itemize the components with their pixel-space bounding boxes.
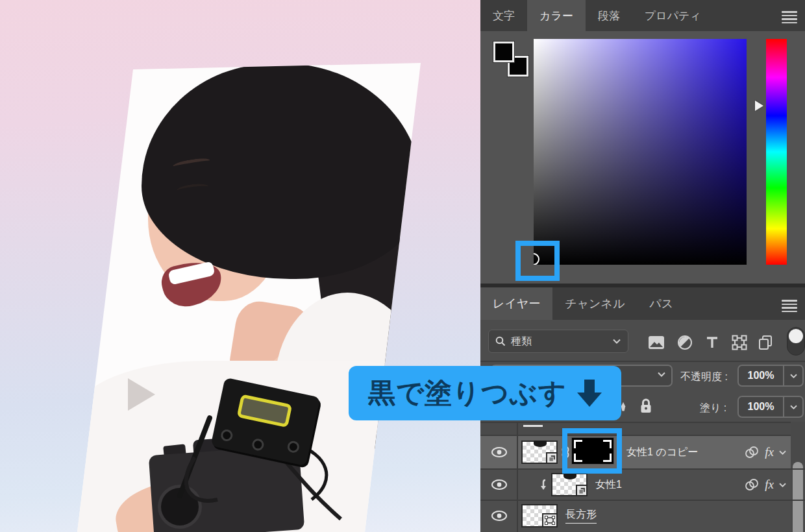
panel-menu-icon[interactable]: [782, 300, 797, 314]
tab-paths[interactable]: パス: [637, 287, 686, 320]
layer-name[interactable]: 女性1 のコピー: [626, 446, 698, 459]
shape-filter-icon[interactable]: [730, 333, 749, 352]
panel-menu-icon[interactable]: [782, 11, 797, 25]
chevron-down-icon[interactable]: [783, 397, 802, 417]
tab-properties[interactable]: プロパティ: [632, 0, 713, 31]
tab-paragraph[interactable]: 段落: [586, 0, 632, 31]
opacity-input[interactable]: 100%: [737, 365, 804, 387]
chevron-down-icon[interactable]: [778, 450, 787, 455]
layer-name[interactable]: 長方形: [565, 508, 597, 524]
hue-slider-pointer[interactable]: [755, 101, 763, 111]
mic-jack: [286, 440, 300, 453]
tab-color[interactable]: カラー: [527, 0, 586, 31]
lock-all-icon[interactable]: [636, 396, 656, 416]
filter-toggle-knob[interactable]: [789, 329, 803, 343]
mask-selected-corner: [603, 440, 612, 448]
adjustment-filter-icon[interactable]: [675, 333, 695, 352]
mic-jack: [251, 438, 265, 452]
layer-row-woman1-copy[interactable]: 女性1 のコピー fx: [480, 436, 791, 468]
chevron-down-icon[interactable]: [783, 366, 802, 385]
down-arrow-icon: [577, 380, 602, 407]
visibility-toggle[interactable]: [480, 479, 517, 490]
fx-badge[interactable]: fx: [765, 445, 774, 459]
layer-filter-kind-dropdown[interactable]: 種類: [488, 330, 628, 353]
layer-fx-cluster[interactable]: fx: [743, 445, 791, 459]
photoshop-window: 文字 カラー 段落 プロパティ レイヤー チャンネル パス 種類: [0, 0, 805, 532]
scrollbar-thumb[interactable]: [793, 462, 803, 532]
smart-object-filter-icon[interactable]: [756, 333, 775, 352]
type-filter-icon[interactable]: [702, 333, 722, 352]
partial-row-mark: [523, 425, 543, 427]
opacity-label: 不透明度 :: [680, 370, 728, 384]
chevron-down-icon[interactable]: [778, 482, 787, 488]
layer-row-woman1[interactable]: 女性1 fx: [480, 470, 791, 500]
mask-selected-corner: [574, 453, 582, 462]
divider: [480, 361, 805, 362]
color-field[interactable]: [534, 39, 747, 265]
filter-kind-label: 種類: [511, 335, 607, 348]
eye-icon: [491, 479, 508, 490]
tab-layers[interactable]: レイヤー: [480, 287, 552, 320]
layer-thumbnail[interactable]: [521, 504, 558, 527]
smart-object-badge-icon: [576, 485, 588, 496]
layer-row-partial[interactable]: [480, 423, 791, 435]
chevron-down-icon: [657, 371, 666, 378]
thumbnail-content: [564, 473, 576, 479]
artboard-photo[interactable]: [0, 0, 480, 532]
mask-selected-corner: [574, 440, 582, 448]
layers-panel-tabbar: レイヤー チャンネル パス: [480, 287, 805, 320]
visibility-toggle[interactable]: [480, 446, 517, 458]
mic-jack: [220, 428, 234, 442]
highlight-box-color-picker: [515, 241, 560, 281]
eye-icon: [491, 510, 508, 522]
visibility-toggle[interactable]: [480, 510, 517, 522]
tab-channels[interactable]: チャンネル: [552, 287, 637, 320]
layer-name[interactable]: 女性1: [595, 478, 622, 492]
layer-mask-thumbnail[interactable]: [571, 437, 614, 465]
mic-receiver-lcd: [237, 394, 293, 428]
fx-badge[interactable]: fx: [765, 478, 774, 492]
divider: [517, 422, 518, 532]
color-panel-tabbar: 文字 カラー 段落 プロパティ: [480, 0, 805, 31]
vector-shape-badge-icon: [542, 513, 558, 527]
opacity-value[interactable]: 100%: [739, 366, 783, 385]
woman-hair: [142, 64, 422, 279]
callout-fill-with-black: 黒で塗りつぶす: [349, 366, 621, 420]
shirt-fold-shadow: [128, 378, 155, 411]
layer-thumbnail[interactable]: [521, 441, 558, 464]
smart-object-badge-icon: [546, 452, 558, 464]
layer-row-rectangle[interactable]: 長方形: [480, 501, 791, 531]
fill-input[interactable]: 100%: [737, 396, 804, 418]
layer-fx-cluster[interactable]: fx: [743, 478, 791, 492]
foreground-color-swatch[interactable]: [493, 42, 514, 62]
blend-circles-icon: [743, 446, 760, 459]
clipping-arrow-icon: [538, 478, 549, 492]
eye-icon: [491, 446, 508, 458]
callout-label: 黒で塗りつぶす: [368, 375, 567, 411]
layer-thumbnail[interactable]: [551, 473, 588, 496]
canvas-area[interactable]: [0, 0, 480, 532]
chevron-down-icon: [612, 338, 621, 345]
thumbnail-content: [534, 441, 547, 447]
image-filter-icon[interactable]: [647, 333, 666, 352]
tab-character[interactable]: 文字: [480, 0, 527, 31]
hue-strip[interactable]: [766, 39, 787, 265]
mask-selected-corner: [603, 453, 612, 462]
fill-label: 塗り :: [700, 402, 726, 415]
search-icon: [495, 336, 506, 346]
blend-circles-icon: [743, 478, 760, 491]
fill-value[interactable]: 100%: [739, 397, 783, 417]
